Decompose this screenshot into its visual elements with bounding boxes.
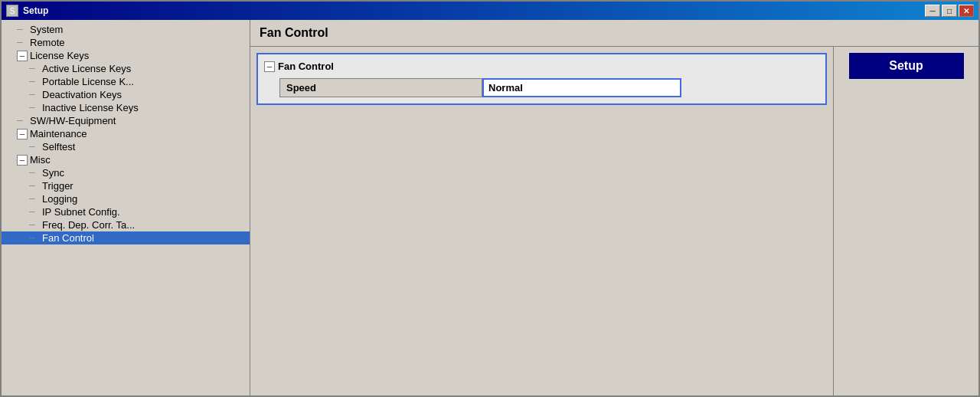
sidebar-item-selftest[interactable]: Selftest [2,140,250,153]
property-row: Speed Normal Low High Auto [279,78,819,97]
dash-icon-logging [29,194,40,205]
content-header: Fan Control [250,20,978,47]
sidebar-item-swhw-equipment[interactable]: SW/HW-Equipment [2,114,250,127]
sidebar-item-system-label: System [30,24,63,35]
close-button[interactable]: ✕ [959,5,974,17]
dash-icon-freq-dep [29,220,40,231]
expand-icon-maintenance[interactable]: ─ [17,129,28,139]
sidebar-item-license-keys-label: License Keys [30,50,89,61]
dropdown-wrapper: Normal Low High Auto [482,78,681,97]
dash-icon-swhw [17,116,28,126]
sidebar: System Remote ─ License Keys Active Lice… [2,20,250,395]
sidebar-item-misc-label: Misc [30,154,51,166]
main-panel: ─ Fan Control Speed Normal Low High [250,47,833,395]
sidebar-item-maintenance-label: Maintenance [30,128,87,139]
dash-icon-deactivation [29,90,40,100]
sidebar-item-selftest-label: Selftest [42,141,75,153]
section-header: ─ Fan Control [264,61,819,72]
dash-icon-ip-subnet [29,207,40,218]
dash-icon-system [17,25,28,35]
sidebar-item-logging[interactable]: Logging [2,192,250,205]
right-panel: Setup [833,47,978,395]
sidebar-item-active-license-keys[interactable]: Active License Keys [2,62,250,75]
title-bar: S Setup ─ □ ✕ [2,2,978,20]
window-icon: S [6,5,18,17]
minimize-button[interactable]: ─ [925,5,940,17]
sidebar-item-inactive-license-keys[interactable]: Inactive License Keys [2,101,250,114]
expand-icon-misc[interactable]: ─ [17,155,28,166]
dash-icon-sync [29,168,40,179]
sidebar-item-trigger-label: Trigger [42,180,74,192]
speed-dropdown[interactable]: Normal Low High Auto [482,78,681,97]
sidebar-item-ip-subnet[interactable]: IP Subnet Config. [2,205,250,218]
dash-icon-portable [29,77,40,87]
section-expand-icon[interactable]: ─ [264,61,275,72]
dash-icon-fan-control [29,233,40,244]
sidebar-item-misc[interactable]: ─ Misc [2,153,250,166]
sidebar-item-logging-label: Logging [42,193,77,205]
fan-control-section: ─ Fan Control Speed Normal Low High [256,53,827,105]
maximize-button[interactable]: □ [942,5,957,17]
sidebar-item-system[interactable]: System [2,23,250,36]
sidebar-item-ip-subnet-label: IP Subnet Config. [42,206,120,218]
setup-button[interactable]: Setup [849,53,964,79]
dash-icon-inactive [29,103,40,113]
sidebar-item-remote-label: Remote [30,37,65,48]
main-area: System Remote ─ License Keys Active Lice… [2,20,978,395]
property-value: Normal Low High Auto [482,78,681,97]
title-bar-left: S Setup [6,5,48,17]
section-title: Fan Control [278,61,334,72]
sidebar-item-deactivation-keys-label: Deactivation Keys [42,89,122,100]
sidebar-item-freq-dep-corr-label: Freq. Dep. Corr. Ta... [42,219,135,231]
sidebar-item-maintenance[interactable]: ─ Maintenance [2,127,250,140]
title-buttons: ─ □ ✕ [925,5,974,17]
window-title: Setup [23,5,48,16]
sidebar-item-deactivation-keys[interactable]: Deactivation Keys [2,88,250,101]
sidebar-item-fan-control[interactable]: Fan Control [2,231,250,244]
sidebar-item-remote[interactable]: Remote [2,36,250,49]
content-body: ─ Fan Control Speed Normal Low High [250,47,978,395]
sidebar-item-portable-license-keys[interactable]: Portable License K... [2,75,250,88]
sidebar-item-active-license-keys-label: Active License Keys [42,63,131,74]
expand-icon-license-keys[interactable]: ─ [17,51,28,61]
content-area: Fan Control ─ Fan Control Speed [250,20,978,395]
sidebar-item-freq-dep-corr[interactable]: Freq. Dep. Corr. Ta... [2,218,250,231]
dash-icon-remote [17,38,28,48]
dash-icon-active [29,64,40,74]
main-window: S Setup ─ □ ✕ System Remote ─ [0,0,980,397]
sidebar-item-portable-license-keys-label: Portable License K... [42,76,134,87]
sidebar-item-fan-control-label: Fan Control [42,232,94,244]
sidebar-item-swhw-equipment-label: SW/HW-Equipment [30,115,116,126]
dash-icon-selftest [29,142,40,153]
sidebar-item-license-keys[interactable]: ─ License Keys [2,49,250,62]
property-label-speed: Speed [279,78,482,97]
sidebar-item-inactive-license-keys-label: Inactive License Keys [42,102,139,113]
dash-icon-trigger [29,181,40,192]
sidebar-item-trigger[interactable]: Trigger [2,179,250,192]
sidebar-item-sync[interactable]: Sync [2,166,250,179]
sidebar-item-sync-label: Sync [42,167,64,179]
